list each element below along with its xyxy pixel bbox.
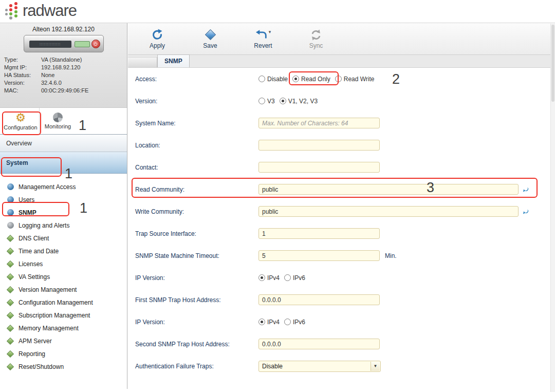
tree-item-version-management[interactable]: Version Management	[7, 283, 127, 296]
form-row-state-machine-timeout: SNMP State Machine Timeout: Min.	[135, 245, 555, 267]
first-trap-host-label: First SNMP Trap Host Address:	[135, 296, 258, 304]
tab-monitoring-label: Monitoring	[45, 123, 71, 129]
ip-version-second-ipv4-radio[interactable]: IPv4	[258, 319, 280, 326]
tree-item-time-and-date[interactable]: Time and Date	[7, 245, 127, 257]
ip-version-first-ipv6-radio[interactable]: IPv6	[284, 274, 305, 282]
access-disable-radio[interactable]: Disable	[258, 76, 288, 83]
radio-icon	[280, 98, 286, 104]
leaf-icon	[7, 273, 14, 280]
second-trap-host-input[interactable]	[258, 339, 380, 349]
app-header: radware	[0, 0, 555, 23]
apply-button[interactable]: Apply	[140, 23, 174, 54]
write-community-input[interactable]	[258, 206, 519, 217]
tree-item-licenses[interactable]: Licenses	[7, 257, 127, 270]
location-label: Location:	[135, 142, 258, 149]
sync-icon	[310, 29, 322, 41]
system-label: System	[6, 159, 28, 166]
form-row-trap-source-interface: Trap Source Interface:	[135, 222, 555, 245]
trap-source-interface-label: Trap Source Interface:	[135, 230, 258, 237]
info-value: 32.4.6.0	[41, 79, 123, 87]
location-input[interactable]	[258, 140, 380, 151]
info-value: VA (Standalone)	[41, 56, 123, 64]
tab-monitoring[interactable]: Monitoring	[39, 108, 76, 134]
read-community-mask-icon[interactable]	[522, 186, 529, 193]
tree-item-va-settings[interactable]: VA Settings	[7, 270, 127, 283]
version-label: Version:	[135, 98, 258, 105]
sidebar-item-overview[interactable]: Overview	[0, 135, 127, 152]
radware-logo: radware	[5, 2, 77, 20]
leaf-icon	[7, 286, 14, 293]
contact-input[interactable]	[258, 162, 380, 173]
monitoring-icon	[53, 113, 63, 122]
write-community-mask-icon[interactable]	[522, 208, 529, 215]
ip-version-first-label: IP Version:	[135, 274, 258, 282]
sidebar-item-system[interactable]: System	[0, 152, 127, 174]
ip-version-second-label: IP Version:	[135, 319, 258, 326]
info-label: Type:	[4, 56, 41, 64]
ip-version-first-ipv4-radio[interactable]: IPv4	[258, 274, 280, 282]
version-v3-radio[interactable]: V3	[258, 98, 275, 105]
scrollbar-thumb[interactable]	[551, 25, 554, 102]
tree-item-reset-shutdown[interactable]: Reset/Shutdown	[7, 360, 127, 373]
read-community-input[interactable]	[258, 184, 519, 195]
radio-icon	[258, 76, 265, 82]
tree-item-users[interactable]: Users	[7, 193, 127, 206]
version-v1v2v3-radio[interactable]: V1, V2, V3	[280, 98, 318, 105]
read-community-label: Read Community:	[135, 186, 258, 193]
tabstrip-corner	[128, 57, 157, 67]
tree-item-management-access[interactable]: Management Access	[7, 180, 127, 193]
leaf-icon	[7, 350, 14, 357]
auth-failure-traps-label: Authentication Failure Traps:	[135, 363, 258, 370]
leaf-icon	[7, 247, 14, 254]
logo-text: radware	[23, 2, 77, 20]
revert-button[interactable]: ▾ Revert	[246, 23, 280, 54]
tab-configuration[interactable]: ⚙ Configuration	[2, 108, 39, 134]
first-trap-host-input[interactable]	[258, 294, 380, 305]
timeout-unit-label: Min.	[385, 252, 397, 259]
revert-dropdown-icon[interactable]: ▾	[269, 29, 271, 34]
tree-item-memory-management[interactable]: Memory Management	[7, 322, 127, 334]
leaf-icon	[7, 324, 14, 331]
radio-icon	[258, 98, 265, 104]
trap-source-interface-input[interactable]	[258, 228, 380, 239]
tree-item-reporting[interactable]: Reporting	[7, 347, 127, 360]
leaf-icon	[7, 298, 14, 306]
gear-icon: ⚙	[15, 112, 26, 123]
form-row-ip-version-second: IP Version: IPv4 IPv6	[135, 311, 555, 333]
access-read-only-radio[interactable]: Read Only	[292, 76, 330, 83]
tree-item-subscription-management[interactable]: Subscription Management	[7, 309, 127, 322]
tab-snmp[interactable]: SNMP	[157, 54, 190, 67]
form-row-contact: Contact:	[135, 156, 555, 178]
sync-label: Sync	[309, 42, 323, 49]
apply-label: Apply	[150, 42, 165, 49]
info-label: HA Status:	[4, 71, 41, 79]
access-read-write-radio[interactable]: Read Write	[335, 76, 375, 83]
form-row-read-community: Read Community:	[135, 178, 555, 200]
info-label: MAC:	[4, 87, 41, 95]
form-row-access: Access: Disable Read Only Read Write	[135, 68, 555, 90]
save-button[interactable]: Save	[193, 23, 227, 54]
form-row-first-trap-host: First SNMP Trap Host Address:	[135, 289, 555, 311]
tree-item-logging-and-alerts[interactable]: Logging and Alerts	[7, 219, 127, 232]
info-label: Mgmt IP:	[4, 64, 41, 71]
system-name-input[interactable]	[258, 118, 380, 128]
tree-item-snmp[interactable]: SNMP	[7, 206, 127, 219]
sync-button[interactable]: Sync	[299, 23, 333, 54]
info-label: Version:	[4, 79, 41, 87]
ip-version-second-ipv6-radio[interactable]: IPv6	[284, 319, 305, 326]
tree-item-apm-server[interactable]: APM Server	[7, 334, 127, 347]
radio-icon	[335, 76, 342, 82]
save-label: Save	[203, 42, 217, 49]
write-community-label: Write Community:	[135, 208, 258, 215]
vertical-scrollbar[interactable]	[550, 24, 555, 392]
form-row-ip-version-first: IP Version: IPv4 IPv6	[135, 267, 555, 289]
form-row-auth-failure-traps: Authentication Failure Traps: Disable ▼	[135, 355, 555, 377]
device-image: :::::::::::::: ⏻	[24, 35, 104, 52]
auth-failure-traps-value: Disable	[262, 363, 283, 370]
power-icon: ⏻	[91, 40, 100, 48]
access-label: Access:	[135, 76, 258, 83]
tree-item-configuration-management[interactable]: Configuration Management	[7, 296, 127, 309]
tree-item-dns-client[interactable]: DNS Client	[7, 232, 127, 245]
state-machine-timeout-input[interactable]	[258, 250, 380, 261]
auth-failure-traps-select[interactable]: Disable ▼	[258, 361, 381, 372]
